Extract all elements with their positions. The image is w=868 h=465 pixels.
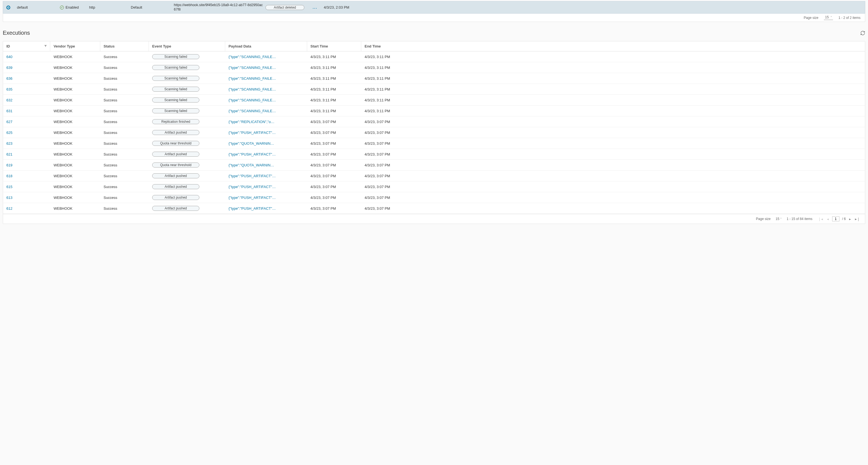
payload-link[interactable]: {"type":"SCANNING_FAILE…	[225, 74, 307, 83]
page-size-select[interactable]: 15 ˅	[776, 217, 782, 221]
execution-id-link[interactable]: 639	[6, 65, 12, 70]
col-vendor[interactable]: Vendor Type	[50, 41, 100, 51]
next-page-icon[interactable]: ▸	[848, 217, 851, 221]
payload-link[interactable]: {"type":"SCANNING_FAILE…	[225, 63, 307, 72]
col-status[interactable]: Status	[100, 41, 149, 51]
cell-event: Scanning failed	[149, 84, 225, 94]
execution-id-link[interactable]: 619	[6, 163, 12, 167]
page-controls: ❘◂ ◂ / 6 ▸ ▸❘	[817, 216, 861, 222]
radio-selected-icon[interactable]	[6, 5, 10, 9]
first-page-icon[interactable]: ❘◂	[817, 217, 824, 221]
payload-link[interactable]: {"type":"PUSH_ARTIFACT"…	[225, 182, 307, 192]
cell-vendor: WEBHOOK	[50, 171, 100, 181]
prev-page-icon[interactable]: ◂	[826, 217, 829, 221]
cell-start: 4/3/23, 3:07 PM	[307, 171, 361, 181]
payload-link[interactable]: {"type":"SCANNING_FAILE…	[225, 84, 307, 94]
cell-vendor: WEBHOOK	[50, 128, 100, 138]
cell-status: Success	[100, 171, 149, 181]
col-event[interactable]: Event Type	[149, 41, 225, 51]
cell-status: Success	[100, 117, 149, 127]
execution-id-link[interactable]: 618	[6, 174, 12, 178]
execution-id-link[interactable]: 613	[6, 196, 12, 200]
col-payload[interactable]: Payload Data	[225, 41, 307, 51]
executions-heading: Executions	[3, 30, 30, 36]
payload-link[interactable]: {"type":"SCANNING_FAILE…	[225, 52, 307, 62]
event-pill: Scanning failed	[152, 97, 199, 103]
chevron-down-icon: ˅	[831, 16, 832, 19]
col-start[interactable]: Start Time	[307, 41, 361, 51]
webhook-selected-row[interactable]: default Enabled http Default https://web…	[3, 1, 865, 13]
webhook-name: default	[17, 5, 60, 9]
cell-start: 4/3/23, 3:07 PM	[307, 204, 361, 213]
payload-link[interactable]: {"type":"PUSH_ARTIFACT"…	[225, 193, 307, 203]
cell-vendor: WEBHOOK	[50, 74, 100, 83]
event-pill: Artifact pushed	[152, 206, 199, 211]
filter-icon[interactable]	[44, 44, 47, 48]
cell-end: 4/3/23, 3:07 PM	[361, 171, 865, 181]
cell-end: 4/3/23, 3:11 PM	[361, 84, 865, 94]
payload-link[interactable]: {"type":"QUOTA_WARNIN…	[225, 139, 307, 148]
cell-event: Artifact pushed	[149, 192, 225, 203]
cell-status: Success	[100, 204, 149, 213]
execution-id-link[interactable]: 640	[6, 55, 12, 59]
executions-table: ID Vendor Type Status Event Type Payload…	[3, 41, 865, 224]
cell-vendor: WEBHOOK	[50, 139, 100, 148]
col-id-label: ID	[6, 44, 10, 48]
table-row: 635WEBHOOKSuccessScanning failed{"type":…	[3, 84, 865, 95]
execution-id-link[interactable]: 625	[6, 130, 12, 135]
payload-link[interactable]: {"type":"PUSH_ARTIFACT"…	[225, 204, 307, 213]
refresh-icon[interactable]	[860, 31, 865, 35]
execution-id-link[interactable]: 636	[6, 77, 12, 81]
execution-id-link[interactable]: 623	[6, 141, 12, 146]
cell-end: 4/3/23, 3:07 PM	[361, 149, 865, 159]
more-actions-icon[interactable]: ...	[313, 5, 324, 9]
current-page-input[interactable]	[832, 216, 839, 222]
page-size-select[interactable]: 15 ˅	[824, 15, 833, 20]
payload-link[interactable]: {"type":"PUSH_ARTIFACT"…	[225, 149, 307, 159]
table-row: 618WEBHOOKSuccessArtifact pushed{"type":…	[3, 171, 865, 181]
event-pill: Quota near threshold	[152, 141, 199, 146]
cell-event: Quota near threshold	[149, 138, 225, 149]
cell-status: Success	[100, 160, 149, 170]
payload-link[interactable]: {"type":"SCANNING_FAILE…	[225, 106, 307, 116]
execution-id-link[interactable]: 635	[6, 87, 12, 91]
payload-link[interactable]: {"type":"PUSH_ARTIFACT"…	[225, 171, 307, 181]
cell-start: 4/3/23, 3:11 PM	[307, 52, 361, 62]
cell-event: Artifact pushed	[149, 203, 225, 213]
event-pill: Artifact pushed	[152, 130, 199, 135]
cell-start: 4/3/23, 3:07 PM	[307, 128, 361, 138]
table-body: 640WEBHOOKSuccessScanning failed{"type":…	[3, 51, 865, 214]
cell-vendor: WEBHOOK	[50, 160, 100, 170]
cell-event: Artifact pushed	[149, 181, 225, 192]
table-row: 639WEBHOOKSuccessScanning failed{"type":…	[3, 62, 865, 73]
execution-id-link[interactable]: 621	[6, 152, 12, 156]
execution-id-link[interactable]: 627	[6, 120, 12, 124]
payload-link[interactable]: {"type":"REPLICATION","o…	[225, 117, 307, 127]
payload-link[interactable]: {"type":"PUSH_ARTIFACT"…	[225, 128, 307, 138]
execution-id-link[interactable]: 631	[6, 109, 12, 113]
payload-link[interactable]: {"type":"QUOTA_WARNIN…	[225, 160, 307, 170]
payload-link[interactable]: {"type":"SCANNING_FAILE…	[225, 95, 307, 105]
cell-end: 4/3/23, 3:11 PM	[361, 63, 865, 72]
cell-event: Scanning failed	[149, 95, 225, 105]
table-row: 621WEBHOOKSuccessArtifact pushed{"type":…	[3, 149, 865, 160]
col-end[interactable]: End Time	[361, 41, 865, 51]
webhook-list-pager: Page size 15 ˅ 1 - 2 of 2 items	[3, 13, 865, 22]
total-pages: / 6	[842, 217, 846, 221]
webhook-last-event: Artifact deleted	[266, 5, 313, 10]
webhook-time: 4/3/23, 2:03 PM	[324, 5, 368, 9]
cell-start: 4/3/23, 3:11 PM	[307, 95, 361, 105]
webhook-status: Enabled	[60, 5, 89, 9]
execution-id-link[interactable]: 612	[6, 206, 12, 210]
table-row: 640WEBHOOKSuccessScanning failed{"type":…	[3, 51, 865, 62]
last-page-icon[interactable]: ▸❘	[855, 217, 861, 221]
cell-status: Success	[100, 182, 149, 192]
execution-id-link[interactable]: 615	[6, 185, 12, 189]
cell-end: 4/3/23, 3:11 PM	[361, 95, 865, 105]
event-pill: Artifact pushed	[152, 152, 199, 157]
event-pill: Scanning failed	[152, 76, 199, 81]
cell-start: 4/3/23, 3:11 PM	[307, 84, 361, 94]
execution-id-link[interactable]: 632	[6, 98, 12, 102]
col-id[interactable]: ID	[3, 41, 50, 51]
event-pill: Quota near threshold	[152, 163, 199, 168]
